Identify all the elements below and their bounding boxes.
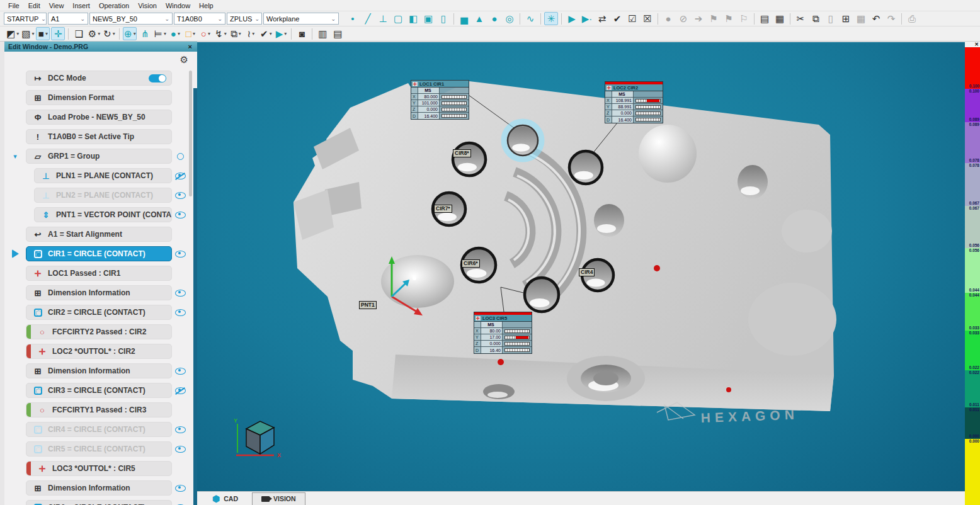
line-icon[interactable]: ╱	[361, 12, 375, 25]
print-icon[interactable]: ⎙	[905, 12, 919, 25]
dropdown-arrow-icon[interactable]: ▾	[284, 31, 287, 37]
slot-icon[interactable]: ◧	[406, 12, 420, 25]
visibility-eye-icon[interactable]	[175, 290, 186, 297]
command-item[interactable]: ⇕PNT1 = VECTOR POINT (CONTACT)	[34, 207, 172, 222]
copy-icon[interactable]: ⧉	[809, 12, 823, 25]
chart-window-icon[interactable]: ▤	[331, 27, 345, 40]
command-item[interactable]: ✛LOC2 *OUTTOL* : CIR2	[26, 344, 172, 359]
visibility-eye-icon[interactable]	[175, 212, 186, 218]
command-item[interactable]: CIR6 = CIRCLE (CONTACT)	[26, 500, 172, 505]
probe-dropdown[interactable]: NEW5_BY_50⌄	[89, 13, 173, 25]
torus-icon[interactable]: ◎	[503, 12, 516, 25]
close-icon[interactable]: ×	[188, 43, 192, 50]
menu-operation[interactable]: Operation	[94, 2, 134, 9]
command-item[interactable]: ⊥PLN1 = PLANE (CONTACT)	[34, 168, 172, 183]
sphere-icon[interactable]: ●	[487, 12, 501, 25]
menu-edit[interactable]: Edit	[24, 2, 45, 9]
command-item[interactable]: ⊞Dimension Format	[26, 90, 172, 105]
play-icon[interactable]: ▶▾	[274, 27, 288, 40]
cut-icon[interactable]: ✂	[794, 12, 807, 25]
dropdown-arrow-icon[interactable]: ▾	[208, 31, 210, 37]
pattern-icon[interactable]: ⊞	[839, 12, 853, 25]
dropdown-arrow-icon[interactable]: ▾	[45, 31, 48, 37]
menu-window[interactable]: Window	[161, 2, 195, 9]
dropdown-arrow-icon[interactable]: ▾	[164, 31, 166, 37]
dropdown-arrow-icon[interactable]: ▾	[113, 31, 115, 37]
doc-cancel-icon[interactable]: ☒	[641, 12, 654, 25]
optimize-icon[interactable]: ⚙▾	[87, 27, 101, 40]
camera-icon[interactable]: ◙	[295, 27, 309, 40]
dcc-mode-toggle[interactable]	[149, 74, 166, 82]
visibility-eye-icon[interactable]	[175, 309, 186, 316]
command-item[interactable]: ↦DCC Mode	[26, 71, 172, 86]
command-item[interactable]: ⊥PLN2 = PLANE (CONTACT)	[34, 188, 172, 203]
sidebar-scrollbar[interactable]	[189, 71, 192, 196]
dropdown-arrow-icon[interactable]: ▾	[193, 31, 195, 37]
probe-mode-icon[interactable]: ⋔	[138, 27, 152, 40]
settings-gear-icon[interactable]: ⚙	[180, 54, 188, 65]
dropdown-arrow-icon[interactable]: ▾	[178, 31, 180, 37]
bookmark-remove-icon[interactable]: ⚐	[737, 12, 751, 25]
stop-icon[interactable]: ●	[661, 12, 675, 25]
dropdown-arrow-icon[interactable]: ▾	[98, 31, 100, 37]
calculator-icon[interactable]: ▦	[854, 12, 868, 25]
pointer-tool-icon[interactable]: ↯▾	[214, 27, 227, 40]
chevron-down-icon[interactable]: ⌄	[331, 16, 336, 22]
visibility-eye-icon[interactable]	[175, 192, 186, 199]
menu-file[interactable]: File	[4, 2, 24, 9]
chevron-down-icon[interactable]: ⌄	[80, 16, 85, 22]
curve-icon[interactable]: ∿	[523, 12, 537, 25]
pages-icon[interactable]: ⧉▾	[229, 27, 242, 40]
quick-start-icon[interactable]: ◩▾	[6, 27, 20, 40]
square-icon[interactable]: ▣	[421, 12, 435, 25]
dropdown-arrow-icon[interactable]: ▾	[270, 31, 272, 37]
report-grid-icon[interactable]: ▦	[773, 12, 787, 25]
command-item[interactable]: CIR5 = CIRCLE (CONTACT)	[26, 441, 172, 457]
report-window-icon[interactable]: ▥	[316, 27, 329, 40]
dropdown-arrow-icon[interactable]: ▾	[16, 31, 19, 37]
rect-icon[interactable]: ▯	[436, 12, 450, 25]
tab-vision[interactable]: VISION	[252, 492, 305, 505]
chevron-down-icon[interactable]: ⌄	[41, 16, 46, 22]
command-item[interactable]: ΦLoad Probe - NEW5_BY_50	[26, 110, 172, 125]
undo-icon[interactable]: ↶	[869, 12, 883, 25]
rounded-rect-icon[interactable]: ▢	[391, 12, 405, 25]
bookmark-icon[interactable]: ⚑	[707, 12, 721, 25]
chevron-down-icon[interactable]: ⌄	[217, 16, 222, 22]
command-item[interactable]: CIR2 = CIRCLE (CONTACT)	[26, 305, 172, 320]
visibility-eye-icon[interactable]	[175, 426, 186, 433]
doc-check-icon[interactable]: ☑	[625, 12, 639, 25]
wireframe-view-icon[interactable]: ▧▾	[21, 27, 35, 40]
command-item[interactable]: ○FCFCIRTY1 Passed : CIR3	[26, 402, 172, 417]
pan-icon[interactable]: ✛	[51, 27, 65, 40]
visibility-eye-icon[interactable]	[175, 446, 186, 453]
dropdown-arrow-icon[interactable]: ▾	[239, 31, 241, 37]
tip-dropdown[interactable]: T1A0B0⌄	[174, 13, 225, 25]
cylinder-icon[interactable]: ▅	[457, 12, 471, 25]
point-icon[interactable]: •	[346, 12, 360, 25]
alignment-dropdown[interactable]: A1⌄	[48, 13, 88, 25]
comment-icon[interactable]: ❑	[72, 27, 86, 40]
command-item[interactable]: ✛LOC1 Passed : CIR1	[26, 266, 172, 281]
visibility-eye-off-icon[interactable]	[175, 387, 186, 394]
command-item[interactable]: ▱GRP1 = Group	[26, 149, 172, 164]
chevron-down-icon[interactable]: ⌄	[164, 16, 169, 22]
command-item[interactable]: ⊞Dimension Information	[26, 480, 172, 496]
bookmark-add-icon[interactable]: ⚑	[722, 12, 736, 25]
chevron-down-icon[interactable]: ⌄	[254, 16, 259, 22]
box-tool-icon[interactable]: □▾	[183, 27, 197, 40]
verify-icon[interactable]: ✔▾	[259, 27, 273, 40]
visibility-eye-icon[interactable]	[175, 485, 186, 492]
command-item[interactable]: ǃT1A0B0 = Set Active Tip	[26, 129, 172, 144]
command-item[interactable]: ⊞Dimension Information	[26, 363, 172, 378]
solid-view-icon[interactable]: ■▾	[36, 27, 50, 40]
report-icon[interactable]: ▤	[758, 12, 772, 25]
stop-slash-icon[interactable]: ⊘	[676, 12, 690, 25]
tab-cad[interactable]: ⬢CAD	[203, 492, 247, 505]
dropdown-arrow-icon[interactable]: ▾	[224, 31, 227, 37]
execute-icon[interactable]: ▶	[565, 12, 579, 25]
cone-icon[interactable]: ▲	[472, 12, 486, 25]
continue-icon[interactable]: ➔	[692, 12, 705, 25]
paste-icon[interactable]: ▯	[824, 12, 838, 25]
sphere-tool-icon[interactable]: ●▾	[168, 27, 182, 40]
